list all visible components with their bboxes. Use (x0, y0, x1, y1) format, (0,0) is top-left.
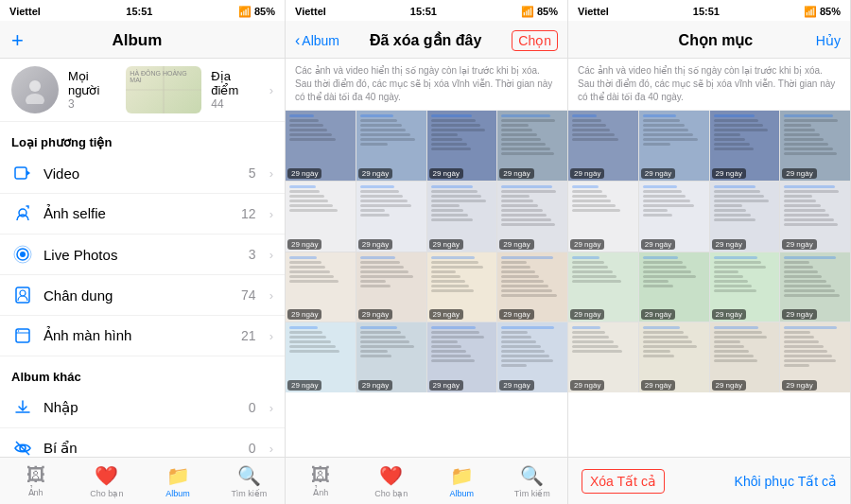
photo-cell[interactable]: 29 ngày (568, 182, 638, 252)
photo-cell[interactable]: 29 ngày (780, 252, 850, 322)
status-icons-2: 📶 85% (521, 6, 558, 18)
photo-cell[interactable]: 29 ngày (639, 252, 709, 322)
photo-nav-icon-2: 🖼 (311, 464, 330, 486)
days-badge: 29 ngày (287, 380, 321, 391)
days-badge: 29 ngày (358, 380, 392, 391)
photo-grid-3: 29 ngày29 ngày29 ngày29 ngày29 ngày29 ng… (568, 111, 850, 392)
photo-cell[interactable]: 29 ngày (780, 322, 850, 392)
photo-cell[interactable]: 29 ngày (286, 322, 356, 392)
panel-album-sidebar: Viettel 15:51 📶 85% + Album Mọi người 3 (0, 0, 286, 504)
photo-cell[interactable]: 29 ngày (427, 252, 497, 322)
photo-cell[interactable]: 29 ngày (710, 252, 780, 322)
battery-2: 85% (537, 6, 558, 17)
restore-all-button[interactable]: Khôi phục Tất cả (735, 474, 837, 489)
nav-foryou-1[interactable]: ❤️ Cho bạn (71, 458, 142, 504)
nav-search-1[interactable]: 🔍 Tìm kiếm (214, 458, 285, 504)
album-item-portrait[interactable]: Chân dung 74 › (0, 275, 285, 316)
people-row[interactable]: Mọi người 3 HÀ ĐÔNG HOÀNG MAI Địa điểm 4… (0, 59, 285, 122)
people-count: 3 (68, 97, 116, 111)
place-name: Địa điểm (211, 69, 259, 97)
foryou-nav-icon-2: ❤️ (379, 464, 403, 487)
nav-search-label-1: Tìm kiếm (231, 489, 267, 498)
photo-cell[interactable]: 29 ngày (497, 182, 567, 252)
album-item-import[interactable]: Nhập 0 › (0, 388, 285, 428)
chevron-icon: › (269, 288, 273, 303)
video-icon (11, 162, 34, 184)
time-1: 15:51 (126, 6, 152, 17)
back-button-2[interactable]: ‹ Album (295, 32, 339, 49)
days-badge: 29 ngày (358, 168, 392, 179)
days-badge: 29 ngày (641, 380, 675, 391)
photo-cell[interactable]: 29 ngày (710, 182, 780, 252)
wifi-icon-1: 📶 (238, 6, 252, 18)
days-badge: 29 ngày (570, 309, 604, 320)
album-item-video[interactable]: Video 5 › (0, 153, 285, 194)
carrier-3: Viettel (578, 6, 609, 17)
photo-cell[interactable]: 29 ngày (356, 322, 426, 392)
photo-cell[interactable]: 29 ngày (427, 111, 497, 181)
add-album-button[interactable]: + (11, 30, 24, 51)
svg-rect-2 (15, 167, 26, 179)
nav-photo-label-2: Ảnh (313, 488, 328, 497)
chevron-icon: › (269, 248, 273, 262)
days-badge: 29 ngày (782, 239, 816, 250)
video-count: 5 (249, 165, 256, 181)
photo-cell[interactable]: 29 ngày (780, 182, 850, 252)
live-photos-icon (11, 243, 34, 266)
album-item-hidden[interactable]: Bí ẩn 0 › (0, 428, 285, 457)
selfie-icon (11, 202, 34, 225)
album-item-screenshot[interactable]: Ảnh màn hình 21 › (0, 316, 285, 356)
days-badge: 29 ngày (641, 309, 675, 320)
nav-foryou-2[interactable]: ❤️ Cho bạn (356, 458, 427, 504)
battery-1: 85% (254, 6, 275, 17)
photo-cell[interactable]: 29 ngày (497, 322, 567, 392)
photo-header-2: ‹ Album Đã xóa gần đây Chọn (286, 21, 567, 59)
photo-cell[interactable]: 29 ngày (710, 322, 780, 392)
photo-cell[interactable]: 29 ngày (568, 111, 638, 181)
chevron-icon: › (269, 83, 273, 97)
days-badge: 29 ngày (570, 168, 604, 179)
status-icons-1: 📶 85% (238, 6, 275, 18)
photo-cell[interactable]: 29 ngày (427, 322, 497, 392)
photo-cell[interactable]: 29 ngày (639, 111, 709, 181)
photo-cell[interactable]: 29 ngày (356, 252, 426, 322)
foryou-nav-icon: ❤️ (95, 464, 118, 487)
photo-cell[interactable]: 29 ngày (497, 252, 567, 322)
album-item-selfie[interactable]: Ảnh selfie 12 › (0, 194, 285, 235)
nav-photo-1[interactable]: 🖼 Ảnh (0, 458, 71, 504)
status-icons-3: 📶 85% (804, 6, 841, 18)
photo-cell[interactable]: 29 ngày (710, 111, 780, 181)
photo-cell[interactable]: 29 ngày (356, 182, 426, 252)
svg-point-5 (20, 252, 26, 257)
album-nav-icon: 📁 (166, 464, 190, 487)
photo-cell[interactable]: 29 ngày (568, 252, 638, 322)
photo-cell[interactable]: 29 ngày (780, 111, 850, 181)
map-thumbnail: HÀ ĐÔNG HOÀNG MAI (126, 66, 201, 113)
photo-cell[interactable]: 29 ngày (568, 322, 638, 392)
photo-cell[interactable]: 29 ngày (286, 252, 356, 322)
nav-search-2[interactable]: 🔍 Tìm kiếm (497, 458, 568, 504)
photo-cell[interactable]: 29 ngày (427, 182, 497, 252)
info-text-2: Các ảnh và video hiển thị số ngày còn lạ… (286, 59, 567, 111)
nav-album-label-1: Album (165, 489, 190, 498)
photo-cell[interactable]: 29 ngày (639, 322, 709, 392)
nav-album-1[interactable]: 📁 Album (143, 458, 214, 504)
photo-cell[interactable]: 29 ngày (497, 111, 567, 181)
delete-all-button[interactable]: Xóa Tất cả (582, 469, 665, 494)
photo-cell[interactable]: 29 ngày (356, 111, 426, 181)
days-badge: 29 ngày (499, 309, 533, 320)
portrait-icon (11, 284, 34, 306)
choose-button[interactable]: Chọn (512, 30, 558, 51)
photo-cell[interactable]: 29 ngày (639, 182, 709, 252)
photo-cell[interactable]: 29 ngày (286, 182, 356, 252)
photo-cell[interactable]: 29 ngày (286, 111, 356, 181)
album-item-live[interactable]: Live Photos 3 › (0, 235, 285, 275)
days-badge: 29 ngày (358, 309, 392, 320)
info-text-3: Các ảnh và video hiển thị số ngày còn lạ… (568, 59, 850, 111)
cancel-button[interactable]: Hủy (816, 33, 841, 48)
carrier-2: Viettel (295, 6, 326, 17)
album-nav-icon-2: 📁 (450, 464, 474, 487)
nav-photo-2[interactable]: 🖼 Ảnh (286, 458, 356, 504)
nav-album-2[interactable]: 📁 Album (426, 458, 497, 504)
days-badge: 29 ngày (499, 380, 533, 391)
